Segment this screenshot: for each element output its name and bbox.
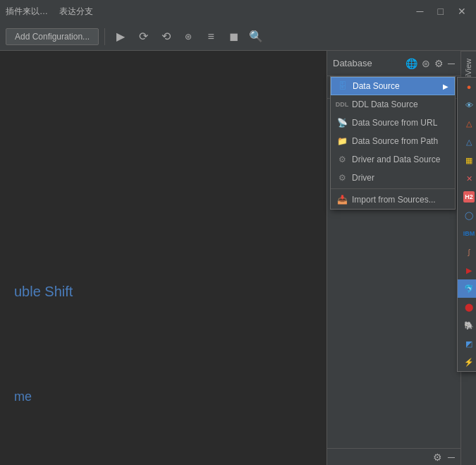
mariadb-icon: ∫ (463, 246, 475, 258)
mssql-icon: ▶ (463, 265, 475, 276)
submenu-item-mssql[interactable]: ▶ Microsoft SQL Server (458, 261, 476, 279)
menu-item-ddl[interactable]: DDL DDL Data Source (331, 95, 455, 114)
submenu-item-sqlite[interactable]: ◩ SQLite (458, 334, 476, 353)
submenu-item-cassandra[interactable]: 👁 Apache Cassandra (458, 96, 476, 114)
submenu-item-clickhouse[interactable]: ▦ ClickHouse (458, 151, 476, 169)
left-text-2: me (14, 389, 32, 404)
azure-icon: △ (463, 136, 475, 147)
submenu-item-hsqldb[interactable]: ◯ HSQLDB (458, 206, 476, 224)
settings-icon[interactable]: ⚙ (434, 58, 444, 69)
ddl-icon: DDL (336, 99, 348, 110)
sybase-icon: ⚡ (463, 356, 475, 368)
redshift-icon: ● (463, 81, 475, 92)
path-icon: 📁 (336, 135, 348, 147)
mysql-icon: 🐬 (463, 283, 475, 294)
toolbar-separator (104, 28, 105, 45)
url-icon: 📡 (336, 117, 348, 128)
driver-datasource-icon: ⚙ (336, 154, 348, 165)
maximize-button[interactable]: □ (434, 4, 448, 18)
derby-icon: △ (463, 118, 475, 129)
title-bar: 插件来以… 表达分支 ─ □ ✕ (0, 0, 476, 23)
rollback-button[interactable]: ⟲ (156, 27, 176, 47)
sqlite-icon: ◩ (463, 338, 475, 349)
db-panel-header-icons: 🌐 ⊜ ⚙ ─ (405, 58, 455, 69)
close-button[interactable]: ✕ (453, 4, 470, 18)
title-bar-text: 插件来以… 表达分支 (6, 6, 93, 18)
cassandra-icon: 👁 (463, 99, 475, 111)
menu-item-url[interactable]: 📡 Data Source from URL (331, 114, 455, 132)
title-bar-controls: ─ □ ✕ (413, 4, 470, 18)
main-toolbar: Add Configuration... ▶ ⟳ ⟲ ⊛ ≡ ◼ 🔍 (0, 23, 476, 51)
submenu-item-mariadb[interactable]: ∫ MariaDB (458, 243, 476, 261)
menu-driver-datasource-label: Driver and Data Source (352, 155, 440, 164)
db-panel-header: Database 🌐 ⊜ ⚙ ─ (327, 51, 460, 76)
submenu-item-sybase[interactable]: ⚡ Sybase ASE (458, 353, 476, 371)
list-button[interactable]: ≡ (201, 27, 221, 47)
menu-item-driver[interactable]: ⚙ Driver (331, 169, 455, 187)
menu-driver-label: Driver (352, 173, 374, 183)
menu-item-driver-datasource[interactable]: ⚙ Driver and Data Source (331, 150, 455, 169)
title-left: 插件来以… (6, 6, 48, 18)
main-area: uble Shift me Database 🌐 ⊜ ⚙ ─ + ⬜ ↻ ⇶ ◼… (0, 51, 476, 465)
submenu-item-exasol[interactable]: ✕ Exasol (458, 169, 476, 188)
refresh-button[interactable]: ⟳ (133, 27, 153, 47)
db-panel-title: Database (333, 58, 372, 68)
submenu-item-redshift[interactable]: ● Amazon Redshift (458, 78, 476, 96)
commit-button[interactable]: ⊛ (178, 27, 198, 47)
submenu-item-mysql[interactable]: 🐬 MySQL (458, 279, 476, 298)
menu-item-path[interactable]: 📁 Data Source from Path (331, 132, 455, 150)
submenu-item-postgresql[interactable]: 🐘 PostgreSQL (458, 316, 476, 334)
status-gear-icon[interactable]: ⚙ (433, 452, 442, 463)
submenu-item-derby[interactable]: △ Apache Derby (458, 114, 476, 133)
menu-item-import[interactable]: 📥 Import from Sources... (331, 191, 455, 209)
submenu-item-h2[interactable]: H2 H2 (458, 188, 476, 206)
add-configuration-button[interactable]: Add Configuration... (6, 28, 99, 45)
database-panel: Database 🌐 ⊜ ⚙ ─ + ⬜ ↻ ⇶ ◼ ⊞ ✎ ⊡ ▼ 🗄 (327, 51, 460, 465)
datasource-arrow-icon: ▶ (443, 83, 448, 90)
hsqldb-icon: ◯ (463, 210, 475, 221)
minimize-button[interactable]: ─ (413, 4, 428, 18)
oracle-icon: ⬤ (463, 301, 475, 313)
status-minus-icon[interactable]: ─ (448, 452, 455, 463)
filter-icon[interactable]: ⊜ (422, 58, 430, 69)
import-icon: 📥 (336, 194, 348, 205)
left-text-1: uble Shift (14, 284, 73, 300)
run-button[interactable]: ▶ (111, 27, 130, 47)
menu-ddl-label: DDL Data Source (352, 99, 418, 109)
primary-menu: 🗄 Data Source ▶ ● Amazon Redshift 👁 Apac… (330, 76, 456, 210)
ibm-icon: IBM (463, 228, 475, 239)
globe-icon[interactable]: 🌐 (405, 58, 417, 69)
db-panel-status-bar: ⚙ ─ (327, 448, 460, 465)
postgresql-icon: 🐘 (463, 320, 475, 331)
clickhouse-icon: ▦ (463, 155, 475, 166)
h2-icon: H2 (463, 191, 475, 203)
menu-import-label: Import from Sources... (352, 195, 436, 205)
menu-datasource-label: Data Source (353, 81, 400, 91)
stop-button[interactable]: ◼ (224, 27, 243, 47)
submenu-item-ibm[interactable]: IBM IBM Db2 LUW (458, 224, 476, 243)
driver-icon: ⚙ (336, 172, 348, 183)
menu-url-label: Data Source from URL (352, 118, 437, 128)
datasource-icon: 🗄 (337, 80, 348, 92)
search-toolbar-button[interactable]: 🔍 (246, 27, 266, 47)
datasource-submenu: ● Amazon Redshift 👁 Apache Cassandra △ A… (457, 77, 476, 372)
menu-path-label: Data Source from Path (352, 136, 438, 146)
submenu-item-oracle[interactable]: ⬤ Oracle (458, 298, 476, 316)
menu-item-datasource[interactable]: 🗄 Data Source ▶ ● Amazon Redshift 👁 Apac… (331, 77, 455, 95)
menu-divider (331, 188, 455, 189)
exasol-icon: ✕ (463, 173, 475, 184)
left-panel: uble Shift me (0, 51, 327, 465)
submenu-item-azure[interactable]: △ Azure SQL Database (458, 133, 476, 151)
panel-minimize-icon[interactable]: ─ (448, 58, 455, 69)
title-right: 表达分支 (59, 6, 93, 18)
